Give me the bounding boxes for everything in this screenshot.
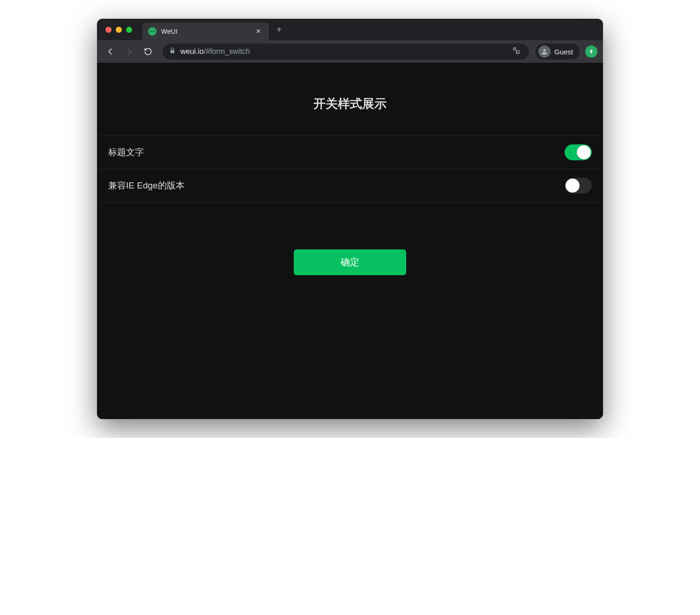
profile-chip[interactable]: Guest bbox=[536, 44, 580, 60]
minimize-window-button[interactable] bbox=[116, 27, 122, 33]
browser-tab[interactable]: WeUI × bbox=[142, 22, 269, 40]
switch-toggle[interactable] bbox=[565, 144, 592, 160]
address-bar[interactable]: weui.io/#form_switch bbox=[163, 44, 529, 60]
confirm-button[interactable]: 确定 bbox=[294, 249, 406, 275]
url-host: weui.io bbox=[180, 47, 204, 55]
cell-label: 标题文字 bbox=[108, 146, 144, 158]
update-indicator-icon[interactable] bbox=[585, 45, 597, 58]
svg-point-0 bbox=[543, 49, 545, 52]
page-viewport: 开关样式展示 标题文字 兼容IE Edge的版本 确定 bbox=[97, 63, 603, 419]
page-title: 开关样式展示 bbox=[106, 96, 594, 112]
maximize-window-button[interactable] bbox=[126, 27, 132, 33]
reload-button[interactable] bbox=[140, 44, 156, 60]
lock-icon bbox=[169, 47, 176, 56]
translate-icon[interactable] bbox=[510, 46, 522, 57]
switch-knob bbox=[566, 179, 580, 193]
browser-window: WeUI × + weui.io/#form_switch bbox=[97, 19, 603, 419]
switch-cell: 兼容IE Edge的版本 bbox=[97, 169, 603, 202]
new-tab-button[interactable]: + bbox=[269, 24, 290, 35]
tab-title: WeUI bbox=[161, 28, 249, 35]
browser-toolbar: weui.io/#form_switch Guest bbox=[97, 40, 603, 63]
profile-label: Guest bbox=[554, 48, 573, 56]
url-text: weui.io/#form_switch bbox=[180, 47, 250, 56]
cell-label: 兼容IE Edge的版本 bbox=[108, 180, 185, 192]
page-header: 开关样式展示 bbox=[97, 63, 603, 135]
wechat-icon bbox=[148, 27, 156, 36]
titlebar: WeUI × + bbox=[97, 19, 603, 40]
switch-knob bbox=[577, 145, 591, 159]
switch-toggle[interactable] bbox=[565, 178, 592, 194]
url-path: /#form_switch bbox=[204, 47, 250, 55]
avatar-icon bbox=[538, 45, 551, 58]
switch-cell: 标题文字 bbox=[97, 136, 603, 169]
close-window-button[interactable] bbox=[105, 27, 112, 33]
form-cells: 标题文字 兼容IE Edge的版本 bbox=[97, 135, 603, 202]
forward-button[interactable] bbox=[121, 44, 137, 60]
back-button[interactable] bbox=[103, 44, 119, 60]
button-area: 确定 bbox=[97, 202, 603, 294]
window-controls bbox=[105, 27, 132, 33]
close-tab-icon[interactable]: × bbox=[253, 27, 263, 36]
